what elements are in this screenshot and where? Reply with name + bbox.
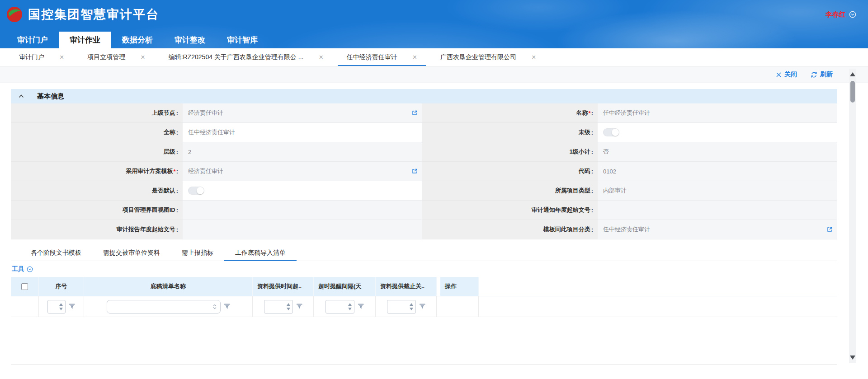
chevron-down-circle-icon[interactable]: [27, 266, 33, 272]
close-icon[interactable]: ×: [532, 54, 536, 61]
label-text: 审计报告年度起始文号: [117, 225, 175, 234]
column-divider: [437, 277, 440, 296]
label-text: 采用审计方案模板: [126, 167, 173, 175]
filter-funnel-icon[interactable]: [358, 304, 364, 309]
field-value-text: 任中经济责任审计: [603, 225, 650, 234]
filter-funnel-icon[interactable]: [297, 304, 302, 309]
label-text: 层级: [164, 148, 175, 156]
required-mark: *: [589, 110, 591, 117]
material-deadline-filter-input[interactable]: [387, 300, 416, 313]
basic-info-section-header[interactable]: 基本信息: [11, 89, 837, 103]
spinner-up-icon[interactable]: [287, 303, 290, 306]
field-value-project-type: 内部审计: [598, 181, 837, 201]
close-icon[interactable]: ×: [413, 54, 417, 61]
app-window: 国控集团智慧审计平台 李春红 审计门户 审计作业 数据分析 审计整改 审计智库 …: [0, 0, 868, 379]
scroll-down-arrow-icon[interactable]: [850, 356, 855, 360]
doc-tab-label: 项目立项管理: [87, 53, 125, 61]
field-label-audit-plan-template: 采用审计方案模板*:: [11, 162, 183, 181]
close-icon[interactable]: ×: [60, 54, 64, 61]
filter-funnel-icon[interactable]: [420, 304, 425, 309]
spinner-down-icon[interactable]: [348, 308, 352, 310]
leaf-level-toggle[interactable]: [603, 128, 619, 136]
vertical-scrollbar[interactable]: [849, 69, 856, 363]
company-logo-icon: [6, 6, 23, 23]
table-empty-body: [11, 317, 837, 365]
tab-workpaper-import-list[interactable]: 工作底稿导入清单: [224, 245, 297, 261]
field-value-audit-plan-template: 经济责任审计: [183, 162, 422, 181]
sub-tab-label: 工作底稿导入清单: [235, 249, 286, 257]
section-title: 基本信息: [37, 92, 64, 101]
close-icon[interactable]: ×: [319, 54, 323, 61]
external-link-icon[interactable]: [411, 168, 418, 174]
label-colon: :: [176, 149, 178, 155]
nav-tab-label: 审计作业: [70, 35, 100, 45]
is-default-toggle[interactable]: [188, 187, 204, 195]
label-text: 末级: [579, 128, 590, 136]
field-value-name: 任中经济责任审计: [598, 103, 837, 123]
field-label-project-type: 所属项目类型:: [422, 181, 598, 201]
spinner-up-icon[interactable]: [59, 303, 63, 306]
label-colon: :: [176, 187, 178, 194]
doc-tab-audit-portal[interactable]: 审计门户 ×: [7, 48, 75, 66]
user-menu[interactable]: 李春红: [826, 10, 856, 19]
tab-report-indicators[interactable]: 需上报指标: [171, 245, 224, 261]
spinner-up-icon[interactable]: [348, 303, 352, 306]
sub-tab-label: 需上报指标: [182, 249, 213, 257]
field-label-leaf-level: 末级:: [422, 123, 598, 142]
material-time-over-filter-input[interactable]: [264, 300, 293, 313]
refresh-page-button[interactable]: 刷新: [811, 70, 833, 79]
filter-cell-checkbox: [11, 296, 39, 317]
workpaper-name-filter-select[interactable]: [107, 300, 221, 313]
tools-menu-button[interactable]: 工具: [12, 265, 24, 273]
timeout-interval-filter-input[interactable]: [326, 300, 354, 313]
spinner-down-icon[interactable]: [287, 308, 290, 310]
doc-tab-edit-rz202504[interactable]: 编辑:RZ202504 关于广西农垦企业管理有限公 ... ×: [157, 48, 335, 66]
spinner-down-icon[interactable]: [410, 308, 413, 310]
field-value-text: 内部审计: [603, 187, 627, 195]
field-value-full-name: 任中经济责任审计: [183, 123, 422, 142]
filter-cell-material-time-over: [253, 296, 314, 317]
spinner-up-icon[interactable]: [410, 303, 413, 306]
seq-filter-input[interactable]: [47, 300, 66, 313]
field-value-text: 0102: [603, 168, 616, 175]
select-all-checkbox[interactable]: [21, 283, 28, 290]
field-value-text: 任中经济责任审计: [188, 128, 235, 136]
field-label-report-doc-no: 审计报告年度起始文号:: [11, 220, 183, 239]
label-text: 所属项目类型: [555, 187, 590, 195]
brand-bar: 国控集团智慧审计平台 李春红: [0, 0, 868, 29]
tab-stage-documents[interactable]: 各个阶段文书模板: [20, 245, 92, 261]
collapse-caret-icon: [18, 94, 24, 99]
doc-tab-label: 编辑:RZ202504 关于广西农垦企业管理有限公 ...: [169, 53, 304, 61]
field-value-view-id: [183, 201, 422, 220]
external-link-icon[interactable]: [826, 226, 833, 233]
header-filler: [479, 277, 837, 296]
nav-tab-audit-work[interactable]: 审计作业: [59, 32, 111, 48]
field-value-report-doc-no: [183, 220, 422, 239]
close-page-button[interactable]: 关闭: [776, 70, 797, 79]
toggle-knob: [612, 129, 619, 136]
filter-cell-workpaper-name: [84, 296, 253, 317]
nav-tab-audit-rectify[interactable]: 审计整改: [164, 32, 216, 48]
scroll-up-arrow-icon[interactable]: [850, 72, 855, 76]
tab-required-materials[interactable]: 需提交被审单位资料: [92, 245, 171, 261]
doc-tab-label: 广西农垦企业管理有限公司: [440, 53, 516, 61]
field-value-level1-subtotal: 否: [598, 142, 837, 162]
document-tab-bar: 审计门户 × 项目立项管理 × 编辑:RZ202504 关于广西农垦企业管理有限…: [0, 48, 868, 66]
doc-tab-guangxi-company[interactable]: 广西农垦企业管理有限公司 ×: [429, 48, 547, 66]
spinner-down-icon[interactable]: [59, 308, 63, 310]
nav-tab-data-analysis[interactable]: 数据分析: [111, 32, 164, 48]
filter-funnel-icon[interactable]: [69, 304, 75, 309]
external-link-icon[interactable]: [411, 110, 418, 116]
label-colon: :: [176, 226, 178, 233]
col-header-workpaper-name: 底稿清单名称: [84, 277, 253, 296]
field-label-notice-doc-no: 审计通知年度起始文号:: [422, 201, 598, 220]
field-label-full-name: 全称:: [11, 123, 183, 142]
nav-tab-audit-portal[interactable]: 审计门户: [6, 32, 59, 48]
filter-funnel-icon[interactable]: [224, 304, 230, 309]
nav-tab-audit-knowledge[interactable]: 审计智库: [216, 32, 269, 48]
scrollbar-thumb[interactable]: [850, 81, 855, 103]
close-icon[interactable]: ×: [141, 54, 145, 61]
doc-tab-incumbency-audit[interactable]: 任中经济责任审计 ×: [335, 48, 429, 66]
col-header-timeout-interval: 超时提醒间隔(天: [314, 277, 376, 296]
doc-tab-project-init[interactable]: 项目立项管理 ×: [75, 48, 156, 66]
